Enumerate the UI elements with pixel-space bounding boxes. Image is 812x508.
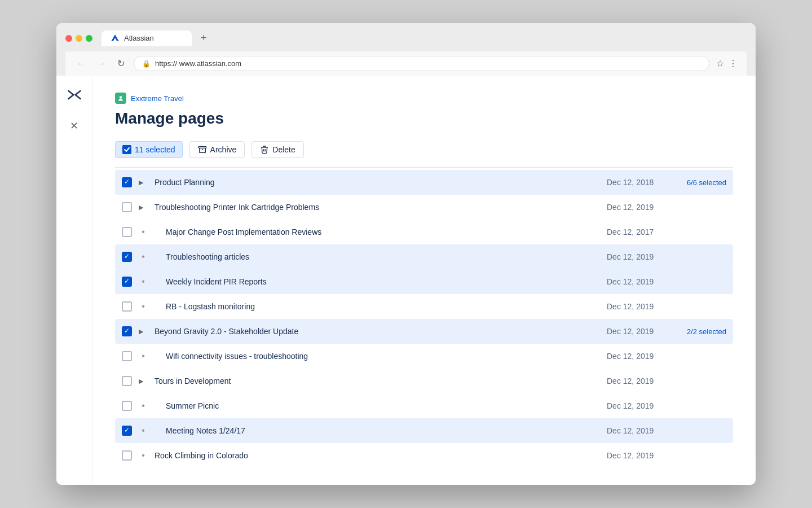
row-checkbox[interactable] (122, 277, 132, 287)
back-button[interactable]: ← (74, 58, 88, 70)
browser-tab[interactable]: Atlassian (102, 30, 192, 46)
row-date: Dec 12, 2019 (607, 426, 663, 435)
toolbar: 11 selected Archive (115, 141, 733, 158)
sidebar: ✕ (56, 76, 92, 485)
breadcrumb-space-name[interactable]: Exxtreme Travel (131, 94, 184, 103)
row-date: Dec 12, 2019 (607, 401, 663, 410)
bullet-icon: • (139, 277, 148, 287)
row-date: Dec 12, 2019 (607, 352, 663, 361)
row-checkbox[interactable] (122, 376, 132, 386)
row-checkbox[interactable] (122, 326, 132, 336)
new-tab-button[interactable]: + (196, 30, 211, 46)
row-date: Dec 12, 2019 (607, 302, 663, 311)
svg-rect-1 (198, 147, 206, 148)
row-checkbox[interactable] (122, 202, 132, 212)
row-title: Tours in Development (155, 376, 600, 386)
bullet-icon: • (139, 351, 148, 361)
forward-button[interactable]: → (95, 58, 108, 70)
selected-checkbox-icon (122, 145, 131, 154)
bullet-icon: • (139, 401, 148, 411)
table-row[interactable]: ▶Troubleshooting Printer Ink Cartridge P… (115, 195, 733, 220)
traffic-lights (65, 35, 92, 42)
row-checkbox[interactable] (122, 401, 132, 411)
table-row[interactable]: •RB - Logstash monitoringDec 12, 2019 (115, 294, 733, 319)
delete-label: Delete (272, 145, 295, 154)
browser-addressbar: ← → ↻ 🔒 https:// www.atlassian.com ☆ ⋮ (65, 51, 747, 76)
row-date: Dec 12, 2017 (607, 227, 663, 237)
close-button[interactable] (65, 35, 72, 42)
pages-list: ▶Product PlanningDec 12, 20186/6 selecte… (115, 170, 733, 468)
row-title: Rock Climbing in Colorado (155, 451, 600, 460)
table-row[interactable]: ▶Beyond Gravity 2.0 - Stakeholder Update… (115, 319, 733, 344)
row-title: Weekly Incident PIR Reports (155, 277, 600, 286)
table-row[interactable]: •Meeting Notes 1/24/17Dec 12, 2019 (115, 418, 733, 443)
selected-count-label: 11 selected (135, 145, 175, 154)
row-checkbox[interactable] (122, 450, 132, 461)
url-text: https:// www.atlassian.com (155, 59, 241, 68)
delete-button[interactable]: Delete (251, 141, 303, 158)
bullet-icon: • (139, 450, 148, 461)
browser-titlebar: Atlassian + ← → ↻ 🔒 https:// www.atlassi… (56, 23, 756, 76)
browser-actions: ☆ ⋮ (716, 58, 738, 69)
row-checkbox[interactable] (122, 227, 132, 237)
row-title: Beyond Gravity 2.0 - Stakeholder Update (155, 327, 600, 336)
breadcrumb: Exxtreme Travel (115, 93, 733, 104)
table-row[interactable]: ▶Tours in DevelopmentDec 12, 2019 (115, 369, 733, 393)
space-favicon-icon (117, 95, 124, 102)
svg-point-0 (120, 96, 122, 99)
row-title: Wifi connectivity issues - troubleshooti… (155, 352, 600, 361)
reload-button[interactable]: ↻ (115, 57, 127, 70)
expand-icon[interactable]: ▶ (139, 179, 148, 186)
row-title: Troubleshooting articles (155, 252, 600, 261)
space-icon (115, 93, 126, 104)
row-title: Product Planning (155, 178, 600, 187)
browser-window: Atlassian + ← → ↻ 🔒 https:// www.atlassi… (56, 23, 756, 485)
row-date: Dec 12, 2019 (607, 252, 663, 261)
row-selection-badge: 6/6 selected (670, 178, 726, 187)
row-title: Major Change Post Implementation Reviews (155, 227, 600, 237)
table-row[interactable]: •Weekly Incident PIR ReportsDec 12, 2019 (115, 269, 733, 294)
bullet-icon: • (139, 426, 148, 436)
row-title: Summer Picnic (155, 401, 600, 410)
cross-icon (67, 87, 82, 103)
menu-icon[interactable]: ⋮ (729, 58, 738, 69)
selected-count-badge: 11 selected (115, 141, 183, 158)
address-bar[interactable]: 🔒 https:// www.atlassian.com (134, 56, 709, 71)
row-title: RB - Logstash monitoring (155, 302, 600, 311)
row-checkbox[interactable] (122, 301, 132, 312)
table-row[interactable]: •Troubleshooting articlesDec 12, 2019 (115, 244, 733, 269)
minimize-button[interactable] (76, 35, 82, 42)
row-checkbox[interactable] (122, 252, 132, 262)
bullet-icon: • (139, 252, 148, 262)
page-title: Manage pages (115, 110, 733, 128)
table-row[interactable]: •Wifi connectivity issues - troubleshoot… (115, 344, 733, 369)
browser-tabs-row: Atlassian + (65, 30, 747, 46)
table-row[interactable]: •Summer PicnicDec 12, 2019 (115, 393, 733, 418)
row-checkbox[interactable] (122, 351, 132, 361)
expand-icon[interactable]: ▶ (139, 378, 148, 385)
lock-icon: 🔒 (142, 60, 151, 68)
bullet-icon: • (139, 301, 148, 312)
table-row[interactable]: •Rock Climbing in ColoradoDec 12, 2019 (115, 443, 733, 468)
archive-icon (198, 145, 207, 154)
row-checkbox[interactable] (122, 426, 132, 436)
expand-icon[interactable]: ▶ (139, 204, 148, 211)
maximize-button[interactable] (86, 35, 92, 42)
row-selection-badge: 2/2 selected (670, 327, 726, 336)
row-date: Dec 12, 2019 (607, 451, 663, 460)
atlassian-logo (67, 87, 82, 106)
main-content: Exxtreme Travel Manage pages 11 selected (92, 76, 756, 485)
row-title: Meeting Notes 1/24/17 (155, 426, 600, 435)
bullet-icon: • (139, 227, 148, 237)
delete-icon (260, 145, 269, 154)
bookmark-icon[interactable]: ☆ (716, 58, 724, 69)
browser-content: ✕ Exxtreme Travel Manage pages (56, 76, 756, 485)
close-sidebar-button[interactable]: ✕ (70, 120, 78, 132)
row-date: Dec 12, 2019 (607, 277, 663, 286)
row-checkbox[interactable] (122, 177, 132, 187)
archive-button[interactable]: Archive (189, 141, 245, 158)
table-row[interactable]: •Major Change Post Implementation Review… (115, 220, 733, 244)
archive-label: Archive (210, 145, 237, 154)
table-row[interactable]: ▶Product PlanningDec 12, 20186/6 selecte… (115, 170, 733, 195)
expand-icon[interactable]: ▶ (139, 328, 148, 335)
